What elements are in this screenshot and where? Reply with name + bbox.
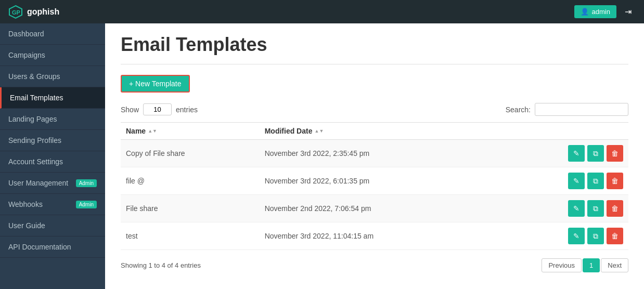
cell-name: file @ — [121, 167, 260, 195]
table-footer: Showing 1 to 4 of 4 entries Previous 1 N… — [121, 258, 628, 272]
show-label: Show — [121, 106, 139, 114]
page-title: Email Templates — [121, 34, 628, 56]
logout-button[interactable]: ⇥ — [621, 5, 636, 19]
table-row: Copy of File share November 3rd 2022, 2:… — [121, 140, 628, 167]
sidebar-item-api-documentation[interactable]: API Documentation — [0, 237, 105, 258]
cell-name: File share — [121, 195, 260, 222]
cell-actions: ✎ ⧉ 🗑 — [497, 222, 628, 250]
search-input[interactable] — [535, 103, 628, 116]
brand-name: gophish — [27, 7, 59, 17]
search-label: Search: — [506, 106, 531, 114]
brand: GP gophish — [8, 5, 59, 19]
page-1-button[interactable]: 1 — [583, 258, 600, 272]
edit-button[interactable]: ✎ — [568, 145, 585, 162]
name-sort[interactable]: Name ▲▼ — [126, 127, 157, 135]
cell-name: Copy of File share — [121, 140, 260, 167]
sidebar-label: User Guide — [8, 221, 45, 230]
entries-label: entries — [176, 106, 198, 114]
sidebar-label: User Management — [8, 179, 68, 187]
sidebar-label: Webhooks — [8, 200, 43, 208]
delete-button[interactable]: 🗑 — [607, 228, 623, 244]
copy-button[interactable]: ⧉ — [587, 200, 604, 217]
delete-button[interactable]: 🗑 — [607, 173, 623, 189]
cell-actions: ✎ ⧉ 🗑 — [497, 167, 628, 195]
sidebar-label: Campaigns — [8, 51, 45, 59]
divider — [121, 64, 628, 64]
new-template-button[interactable]: + New Template — [121, 75, 190, 93]
edit-button[interactable]: ✎ — [568, 173, 585, 189]
next-button[interactable]: Next — [601, 258, 628, 272]
sidebar-item-user-guide[interactable]: User Guide — [0, 215, 105, 237]
content-area: Email Templates + New Template Show entr… — [105, 23, 644, 289]
table-row: file @ November 3rd 2022, 6:01:35 pm ✎ ⧉… — [121, 167, 628, 195]
cell-date: November 3rd 2022, 6:01:35 pm — [260, 167, 498, 195]
cell-date: November 3rd 2022, 2:35:45 pm — [260, 140, 498, 167]
table-controls: Show entries Search: — [121, 103, 628, 116]
svg-text:GP: GP — [12, 9, 20, 16]
delete-button[interactable]: 🗑 — [607, 200, 623, 217]
cell-actions: ✎ ⧉ 🗑 — [497, 195, 628, 222]
admin-badge: Admin — [76, 179, 97, 187]
delete-button[interactable]: 🗑 — [607, 145, 623, 162]
cell-name: test — [121, 222, 260, 250]
showing-text: Showing 1 to 4 of 4 entries — [121, 261, 201, 269]
col-name: Name ▲▼ — [121, 123, 260, 140]
cell-date: November 2nd 2022, 7:06:54 pm — [260, 195, 498, 222]
table-row: File share November 2nd 2022, 7:06:54 pm… — [121, 195, 628, 222]
sidebar-label: Sending Profiles — [8, 136, 61, 144]
navbar: GP gophish 👤 admin ⇥ — [0, 0, 644, 23]
show-entries: Show entries — [121, 103, 198, 115]
sort-arrows-date: ▲▼ — [314, 128, 324, 134]
sidebar-item-users-groups[interactable]: Users & Groups — [0, 66, 105, 87]
admin-badge-webhooks: Admin — [76, 201, 97, 208]
sidebar: Dashboard Campaigns Users & Groups Email… — [0, 23, 105, 289]
logo-icon: GP — [8, 5, 23, 19]
entries-input[interactable] — [143, 103, 172, 115]
sidebar-label: Landing Pages — [8, 115, 57, 123]
admin-button[interactable]: 👤 admin — [574, 5, 616, 18]
sidebar-item-account-settings[interactable]: Account Settings — [0, 151, 105, 173]
sort-arrows-name: ▲▼ — [148, 128, 157, 134]
sidebar-label: Dashboard — [8, 30, 44, 38]
search-box: Search: — [506, 103, 628, 116]
table-row: test November 3rd 2022, 11:04:15 am ✎ ⧉ … — [121, 222, 628, 250]
col-actions — [497, 123, 628, 140]
sidebar-label: Email Templates — [10, 94, 63, 102]
previous-button[interactable]: Previous — [542, 258, 582, 272]
main-layout: Dashboard Campaigns Users & Groups Email… — [0, 23, 644, 289]
sidebar-label: Users & Groups — [8, 72, 60, 81]
sidebar-item-landing-pages[interactable]: Landing Pages — [0, 109, 105, 130]
cell-actions: ✎ ⧉ 🗑 — [497, 140, 628, 167]
sidebar-item-webhooks[interactable]: Webhooks Admin — [0, 194, 105, 215]
sidebar-item-email-templates[interactable]: Email Templates — [0, 87, 105, 109]
templates-table: Name ▲▼ Modified Date ▲▼ Copy of File s — [121, 122, 628, 250]
sidebar-item-campaigns[interactable]: Campaigns — [0, 45, 105, 66]
logout-icon: ⇥ — [625, 7, 632, 16]
cell-date: November 3rd 2022, 11:04:15 am — [260, 222, 498, 250]
date-sort[interactable]: Modified Date ▲▼ — [265, 127, 324, 135]
sidebar-item-sending-profiles[interactable]: Sending Profiles — [0, 130, 105, 151]
table-header-row: Name ▲▼ Modified Date ▲▼ — [121, 123, 628, 140]
copy-button[interactable]: ⧉ — [587, 145, 604, 162]
navbar-right: 👤 admin ⇥ — [574, 5, 636, 19]
edit-button[interactable]: ✎ — [568, 200, 585, 217]
sidebar-label: API Documentation — [8, 243, 71, 251]
admin-label: admin — [592, 8, 610, 16]
pagination: Previous 1 Next — [542, 258, 628, 272]
edit-button[interactable]: ✎ — [568, 228, 585, 244]
sidebar-item-dashboard[interactable]: Dashboard — [0, 23, 105, 45]
col-modified-date: Modified Date ▲▼ — [260, 123, 498, 140]
user-icon: 👤 — [581, 8, 589, 16]
copy-button[interactable]: ⧉ — [587, 173, 604, 189]
copy-button[interactable]: ⧉ — [587, 228, 604, 244]
sidebar-label: Account Settings — [8, 157, 63, 166]
sidebar-item-user-management[interactable]: User Management Admin — [0, 173, 105, 194]
